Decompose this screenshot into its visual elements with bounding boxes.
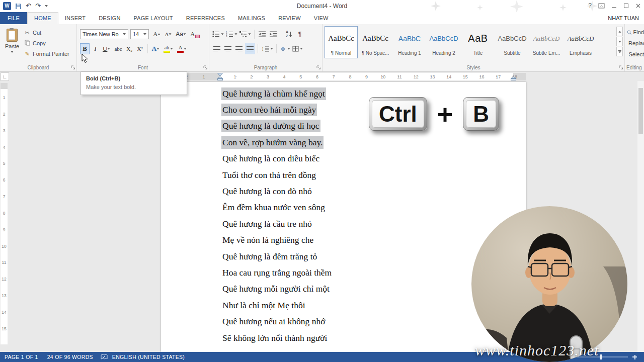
poem-line[interactable]: Cho con trèo hái mỗi ngày — [221, 102, 333, 118]
grow-font-button[interactable]: A — [151, 29, 162, 40]
decrease-indent-button[interactable] — [257, 29, 267, 40]
spellcheck-icon[interactable] — [101, 354, 108, 360]
ribbon-tab[interactable]: HOME — [27, 12, 58, 24]
poem-line[interactable]: Như là chỉ một Mẹ thôi — [221, 297, 333, 313]
language-indicator[interactable]: ENGLISH (UNITED STATES) — [108, 354, 189, 360]
poem-line[interactable]: Hoa cau rụng trắng ngoài thềm — [221, 264, 333, 281]
find-button[interactable]: Find — [627, 29, 644, 35]
chevron-down-icon[interactable] — [184, 48, 186, 49]
chevron-down-icon[interactable] — [143, 33, 146, 35]
underline-button[interactable]: U — [101, 43, 112, 54]
font-dialog-launcher[interactable] — [203, 65, 208, 70]
borders-button[interactable] — [292, 43, 303, 54]
text-highlight-button[interactable]: ab — [162, 43, 175, 54]
chevron-down-icon[interactable] — [170, 48, 173, 49]
style-chip[interactable]: AaBbCcD Heading 2 — [427, 26, 460, 58]
style-chip[interactable]: AaBbCc ¶ No Spac... — [359, 26, 392, 58]
right-indent-marker[interactable] — [511, 76, 516, 80]
ribbon-tab[interactable]: VIEW — [307, 12, 335, 24]
poem-line[interactable]: Con về, rợp bướm vàng bay. — [221, 134, 333, 150]
select-button[interactable]: Select — [627, 51, 644, 57]
poem-line[interactable]: Quê hương là chùm khế ngọt — [221, 85, 333, 102]
ribbon-display-options-button[interactable] — [598, 3, 605, 9]
clipboard-dialog-launcher[interactable] — [70, 65, 75, 70]
poem-line[interactable]: Quê hương mỗi người chỉ một — [221, 281, 333, 297]
align-right-button[interactable] — [234, 43, 244, 54]
poem-line[interactable]: Mẹ về nón lá nghiêng che — [221, 232, 333, 248]
word-count[interactable]: 24 OF 96 WORDS — [43, 354, 98, 360]
paste-button[interactable]: Paste — [3, 27, 22, 62]
chevron-down-icon[interactable] — [108, 48, 110, 49]
scrollbar-thumb[interactable] — [638, 88, 643, 134]
styles-scroll-up-button[interactable] — [616, 27, 623, 36]
shrink-font-button[interactable]: A — [163, 29, 173, 40]
poem-line[interactable]: Quê hương là đêm trăng tỏ — [221, 248, 333, 264]
zoom-slider-thumb[interactable] — [600, 354, 602, 359]
hanging-indent-marker[interactable] — [217, 76, 223, 80]
align-center-button[interactable] — [223, 43, 233, 54]
chevron-down-icon[interactable] — [287, 48, 290, 49]
poem-line[interactable]: Sẽ không lớn nổi thành người — [221, 330, 333, 346]
paragraph-dialog-launcher[interactable] — [316, 65, 321, 70]
superscript-button[interactable]: X² — [135, 43, 145, 54]
paste-chevron-down-icon[interactable] — [11, 51, 14, 53]
bullets-button[interactable] — [212, 29, 224, 40]
replace-button[interactable]: Replace — [627, 40, 644, 46]
chevron-down-icon[interactable] — [300, 48, 302, 49]
chevron-down-icon[interactable] — [270, 48, 273, 49]
shading-button[interactable] — [279, 43, 291, 54]
help-button[interactable]: ? — [588, 2, 592, 9]
poem-line[interactable]: Quê hương nếu ai không nhớ — [221, 313, 333, 329]
tab-selector[interactable]: ∟ — [1, 72, 9, 81]
poem-line[interactable]: Tuổi thơ con thả trên đồng — [221, 167, 333, 183]
poem-line[interactable]: Quê hương là đường đi học — [221, 118, 333, 134]
ribbon-tab[interactable]: DESIGN — [92, 12, 127, 24]
vertical-scrollbar[interactable] — [637, 81, 644, 352]
line-spacing-button[interactable]: ↕ — [261, 43, 274, 54]
style-chip[interactable]: AaBbCcD Subtitle — [496, 26, 529, 58]
style-chip[interactable]: AaBbCcD Subtle Em... — [530, 26, 563, 58]
font-size-select[interactable]: 14 — [130, 29, 149, 39]
zoom-in-button[interactable] — [632, 355, 637, 359]
bold-button[interactable]: B — [80, 43, 90, 54]
chevron-down-icon[interactable] — [234, 33, 237, 35]
numbering-button[interactable]: 1.2.3. — [225, 29, 238, 40]
vertical-ruler[interactable]: 123456789101112131415 — [0, 81, 8, 352]
italic-button[interactable]: I — [91, 43, 100, 54]
page-indicator[interactable]: PAGE 1 OF 1 — [0, 354, 43, 360]
subscript-button[interactable]: X₂ — [125, 43, 134, 54]
poem-line[interactable]: Quê hương là cầu tre nhỏ — [221, 216, 333, 232]
style-chip[interactable]: AaB Title — [461, 26, 495, 58]
maximize-button[interactable] — [623, 3, 629, 9]
style-chip[interactable]: AaBbC Heading 1 — [393, 26, 426, 58]
chevron-down-icon[interactable] — [123, 33, 126, 35]
chevron-down-icon[interactable] — [221, 33, 223, 35]
styles-dialog-launcher[interactable] — [618, 65, 623, 70]
clear-formatting-button[interactable]: A — [189, 29, 201, 40]
justify-button[interactable] — [245, 43, 255, 54]
poem-line[interactable]: Quê hương là con diều biếc — [221, 151, 333, 167]
show-formatting-marks-button[interactable]: ¶ — [295, 29, 305, 40]
copy-button[interactable]: Copy — [24, 39, 69, 47]
poem-line[interactable]: Quê hương là con đò nhỏ — [221, 183, 333, 199]
change-case-button[interactable]: Aa — [174, 29, 188, 40]
style-chip[interactable]: AaBbCc ¶ Normal — [325, 26, 358, 58]
increase-indent-button[interactable] — [268, 29, 278, 40]
style-chip[interactable]: AaBbCcD Emphasis — [564, 26, 597, 58]
font-name-select[interactable]: Times New Ro — [80, 29, 128, 39]
horizontal-ruler[interactable]: 21 123456789101112131415161718 — [161, 73, 526, 80]
ribbon-tab[interactable]: MAILINGS — [231, 12, 272, 24]
text-effects-button[interactable]: A — [150, 43, 161, 54]
ribbon-tab[interactable]: INSERT — [58, 12, 92, 24]
first-line-indent-marker[interactable] — [217, 73, 223, 76]
cut-button[interactable]: ✂Cut — [24, 29, 69, 37]
chevron-down-icon[interactable] — [156, 48, 159, 49]
sort-button[interactable]: AZ — [284, 29, 294, 40]
ribbon-tab[interactable]: FILE — [0, 12, 27, 24]
ribbon-tab[interactable]: REFERENCES — [180, 12, 231, 24]
font-color-button[interactable]: A — [176, 43, 188, 54]
ribbon-tab[interactable]: PAGE LAYOUT — [127, 12, 180, 24]
styles-more-button[interactable] — [616, 47, 623, 56]
poem-line[interactable]: Êm đềm khua nước ven sông — [221, 200, 333, 216]
styles-scroll-down-button[interactable] — [616, 37, 623, 46]
